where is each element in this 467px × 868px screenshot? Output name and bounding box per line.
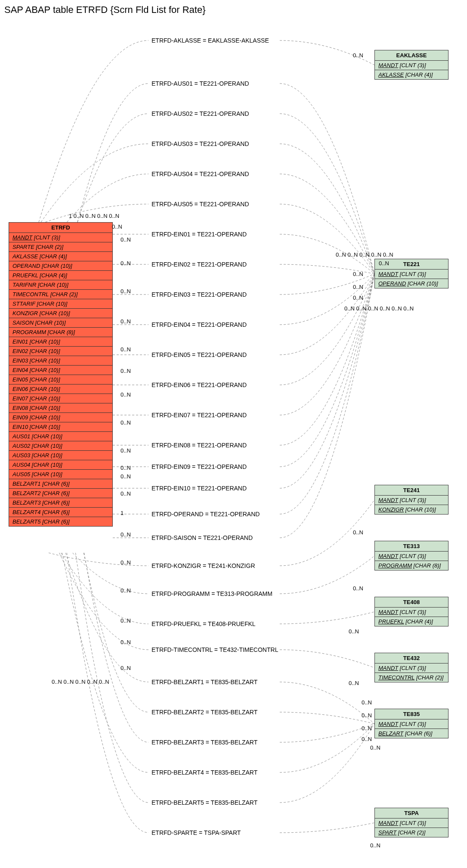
field-aus02: AUS02 [CHAR (10)] (9, 441, 112, 451)
cardinality-right: 0..N (353, 529, 363, 536)
field-sttarif: STTARIF [CHAR (10)] (9, 299, 112, 309)
relation-label: ETRFD-EIN07 = TE221-OPERAND (151, 412, 247, 418)
field-ein04: EIN04 [CHAR (10)] (9, 366, 112, 375)
cardinality-left: 0..N (121, 236, 131, 243)
cardinality-right: 0..N (362, 725, 372, 732)
relation-label: ETRFD-EIN01 = TE221-OPERAND (151, 231, 247, 238)
relation-label: ETRFD-SAISON = TE221-OPERAND (151, 534, 254, 541)
field-ein05: EIN05 [CHAR (10)] (9, 375, 112, 384)
entity-te432: TE432MANDT [CLNT (3)]TIMECONTRL [CHAR (2… (374, 653, 448, 682)
field-mandt: MANDT [CLNT (3)] (9, 233, 112, 242)
field-eaklasse-aklasse: AKLASSE [CHAR (4)] (375, 70, 448, 79)
field-te432-timecontrl: TIMECONTRL [CHAR (2)] (375, 673, 448, 682)
relation-label: ETRFD-AUS05 = TE221-OPERAND (151, 201, 250, 208)
cardinality-right: 0..N 0..N 0..N 0..N 0..N (336, 251, 393, 258)
cardinality-left: 0..N (121, 391, 131, 398)
entity-tspa: TSPAMANDT [CLNT (3)]SPART [CHAR (2)] (374, 808, 448, 837)
cardinality-left: 0..N (121, 368, 131, 374)
cardinality-left: 0..N (121, 346, 131, 353)
cardinality-left: 0..N (121, 260, 131, 267)
relation-label: ETRFD-BELZART1 = TE835-BELZART (151, 679, 258, 685)
relation-label: ETRFD-AUS04 = TE221-OPERAND (151, 170, 250, 177)
field-tspa-mandt: MANDT [CLNT (3)] (375, 818, 448, 828)
field-te221-operand: OPERAND [CHAR (10)] (375, 279, 448, 288)
relation-label: ETRFD-EIN10 = TE221-OPERAND (151, 485, 247, 492)
cardinality-left: 0..N (121, 587, 131, 594)
entity-te241: TE241MANDT [CLNT (3)]KONZIGR [CHAR (10)] (374, 485, 448, 515)
cardinality-left: 0..N (121, 617, 131, 624)
field-te313-mandt: MANDT [CLNT (3)] (375, 552, 448, 561)
relation-label: ETRFD-BELZART4 = TE835-BELZART (151, 769, 258, 776)
entity-te313: TE313MANDT [CLNT (3)]PROGRAMM [CHAR (8)] (374, 541, 448, 570)
entity-te835: TE835MANDT [CLNT (3)]BELZART [CHAR (6)] (374, 709, 448, 738)
field-te241-konzigr: KONZIGR [CHAR (10)] (375, 505, 448, 514)
cardinality-right: 0..N (353, 271, 363, 277)
relation-label: ETRFD-SPARTE = TSPA-SPART (151, 829, 241, 836)
cardinality-right: 0..N (379, 260, 389, 267)
cardinality-right: 0..N (362, 712, 372, 719)
cardinality-right: 0..N (370, 744, 380, 751)
field-belzart3: BELZART3 [CHAR (6)] (9, 498, 112, 508)
field-ein03: EIN03 [CHAR (10)] (9, 356, 112, 366)
relation-label: ETRFD-EIN02 = TE221-OPERAND (151, 261, 247, 268)
field-te835-belzart: BELZART [CHAR (6)] (375, 729, 448, 738)
field-te835-mandt: MANDT [CLNT (3)] (375, 719, 448, 729)
cardinality-left: 0..N (121, 473, 131, 480)
relation-label: ETRFD-BELZART5 = TE835-BELZART (151, 799, 258, 806)
field-aus05: AUS05 [CHAR (10)] (9, 470, 112, 479)
cardinality-right: 0..N (370, 842, 380, 849)
field-ein01: EIN01 [CHAR (10)] (9, 337, 112, 347)
field-belzart2: BELZART2 [CHAR (6)] (9, 489, 112, 498)
cardinality-left: 0..N (112, 223, 122, 230)
entity-te241-header: TE241 (375, 485, 448, 496)
field-te408-pruefkl: PRUEFKL [CHAR (4)] (375, 617, 448, 626)
relation-label: ETRFD-EIN03 = TE221-OPERAND (151, 291, 247, 298)
cardinality-left: 0..N (121, 559, 131, 566)
field-aklasse: AKLASSE [CHAR (4)] (9, 252, 112, 261)
cardinality-left: 0..N (121, 490, 131, 497)
field-tspa-spart: SPART [CHAR (2)] (375, 828, 448, 837)
relation-label: ETRFD-BELZART3 = TE835-BELZART (151, 739, 258, 746)
cardinality-right: 0..N (349, 680, 359, 686)
cardinality-left: 0..N (121, 531, 131, 538)
field-timecontrl: TIMECONTRL [CHAR (2)] (9, 290, 112, 299)
entity-te408: TE408MANDT [CLNT (3)]PRUEFKL [CHAR (4)] (374, 597, 448, 626)
field-te408-mandt: MANDT [CLNT (3)] (375, 608, 448, 617)
cardinality-right: 0..N (349, 628, 359, 635)
field-tarifnr: TARIFNR [CHAR (10)] (9, 280, 112, 290)
field-te313-programm: PROGRAMM [CHAR (8)] (375, 561, 448, 570)
relation-label: ETRFD-OPERAND = TE221-OPERAND (151, 511, 260, 518)
entity-te408-header: TE408 (375, 597, 448, 608)
er-diagram: ETRFD MANDT [CLNT (3)]SPARTE [CHAR (2)]A… (4, 20, 463, 864)
field-saison: SAISON [CHAR (10)] (9, 318, 112, 328)
cardinality-left: 0..N (121, 318, 131, 325)
field-ein08: EIN08 [CHAR (10)] (9, 403, 112, 413)
cardinality-right: 0..N (362, 699, 372, 706)
field-ein07: EIN07 [CHAR (10)] (9, 394, 112, 403)
field-aus03: AUS03 [CHAR (10)] (9, 451, 112, 460)
relation-label: ETRFD-EIN09 = TE221-OPERAND (151, 463, 247, 470)
field-eaklasse-mandt: MANDT [CLNT (3)] (375, 61, 448, 70)
field-pruefkl: PRUEFKL [CHAR (4)] (9, 271, 112, 280)
cardinality-left: 1 (121, 510, 124, 516)
relation-label: ETRFD-TIMECONTRL = TE432-TIMECONTRL (151, 646, 279, 653)
cardinality-right: 0..N (362, 736, 372, 742)
relation-label: ETRFD-AUS02 = TE221-OPERAND (151, 110, 250, 117)
field-programm: PROGRAMM [CHAR (8)] (9, 328, 112, 337)
field-aus01: AUS01 [CHAR (10)] (9, 432, 112, 441)
cardinality-right: 0..N (353, 284, 363, 290)
cardinality-right: 0..N (353, 294, 363, 301)
relation-label: ETRFD-EIN08 = TE221-OPERAND (151, 442, 247, 449)
field-belzart5: BELZART5 [CHAR (6)] (9, 517, 112, 526)
entity-te835-header: TE835 (375, 709, 448, 719)
field-ein06: EIN06 [CHAR (10)] (9, 384, 112, 394)
field-belzart4: BELZART4 [CHAR (6)] (9, 508, 112, 517)
cardinality-right: 0..N (353, 585, 363, 592)
entity-eaklasse-header: EAKLASSE (375, 50, 448, 61)
entity-etrfd: ETRFD MANDT [CLNT (3)]SPARTE [CHAR (2)]A… (9, 222, 113, 527)
relation-label: ETRFD-EIN06 = TE221-OPERAND (151, 381, 247, 388)
relation-label: ETRFD-PROGRAMM = TE313-PROGRAMM (151, 590, 273, 597)
cardinality-left: 0..N (121, 639, 131, 645)
cardinality-cluster-top-left: 1 0..N 0..N 0..N 0..N (69, 213, 119, 219)
field-ein02: EIN02 [CHAR (10)] (9, 347, 112, 356)
